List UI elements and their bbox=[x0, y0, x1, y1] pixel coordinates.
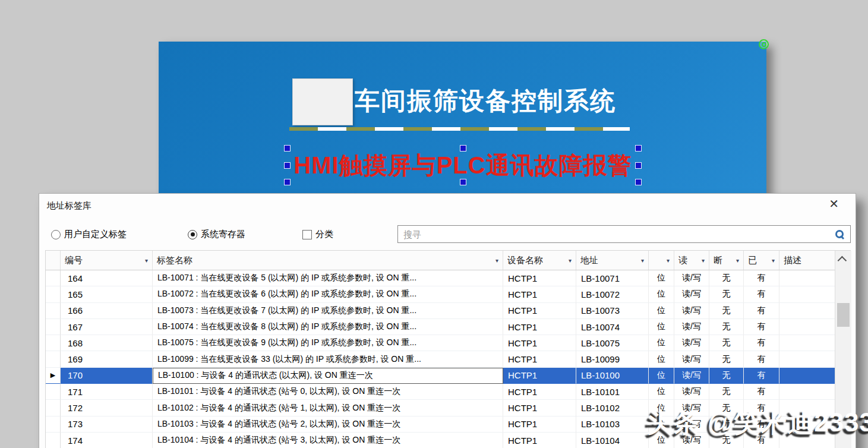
selection-handle[interactable] bbox=[284, 179, 291, 185]
cell-off[interactable]: 无 bbox=[709, 368, 744, 384]
cell-type[interactable]: 位 bbox=[649, 368, 674, 384]
cell-off[interactable]: 无 bbox=[709, 286, 744, 302]
close-icon[interactable]: ✕ bbox=[829, 198, 839, 210]
cell-num[interactable]: 174 bbox=[61, 433, 153, 448]
cell-tag[interactable]: LB-10104 : 与设备 4 的通讯状态 (站号 3, 以太网), 设 ON… bbox=[153, 433, 503, 448]
cell-address[interactable]: LB-10104 bbox=[576, 433, 649, 448]
cell-device[interactable]: HCTP1 bbox=[503, 368, 576, 384]
column-header-num[interactable]: 编号▾ bbox=[61, 251, 153, 270]
row-selector-cell[interactable] bbox=[46, 286, 61, 302]
radio-system-registers[interactable]: 系统寄存器 bbox=[188, 229, 245, 240]
cell-rw[interactable]: 读/写 bbox=[674, 270, 709, 286]
cell-tag[interactable]: LB-10074 : 当在线更改设备 8 (以太网) 的 IP 或系统参数时, … bbox=[153, 319, 503, 335]
cell-num[interactable]: 168 bbox=[61, 335, 153, 351]
cell-desc[interactable] bbox=[779, 335, 835, 351]
cell-rw[interactable]: 读/写 bbox=[674, 286, 709, 302]
column-sort-arrow-icon[interactable]: ▾ bbox=[495, 257, 498, 264]
alarm-text-selected-object[interactable]: HMI触摸屏与PLC通讯故障报警 bbox=[287, 148, 639, 182]
cell-rw[interactable]: 读/写 bbox=[674, 384, 709, 400]
selection-handle[interactable] bbox=[635, 162, 642, 169]
row-selector-cell[interactable] bbox=[46, 351, 61, 367]
radio-button-icon[interactable] bbox=[51, 230, 61, 239]
column-header-type[interactable]: ▾ bbox=[649, 251, 674, 270]
cell-device[interactable]: HCTP1 bbox=[503, 400, 576, 416]
cell-tag[interactable]: LB-10101 : 与设备 4 的通讯状态 (站号 0, 以太网), 设 ON… bbox=[153, 384, 503, 400]
cell-desc[interactable] bbox=[779, 384, 835, 400]
column-header-tag[interactable]: 标签名称▾ bbox=[153, 251, 503, 270]
cell-desc[interactable] bbox=[779, 303, 835, 319]
cell-num[interactable]: 171 bbox=[61, 384, 153, 400]
column-sort-arrow-icon[interactable]: ▾ bbox=[736, 257, 739, 264]
column-header-selector[interactable] bbox=[46, 251, 61, 270]
selection-handle[interactable] bbox=[635, 145, 642, 152]
cell-address[interactable]: LB-10074 bbox=[576, 319, 649, 335]
cell-address[interactable]: LB-10075 bbox=[576, 335, 649, 351]
selection-handle[interactable] bbox=[460, 145, 466, 152]
cell-address[interactable]: LB-10101 bbox=[576, 384, 649, 400]
cell-device[interactable]: HCTP1 bbox=[503, 286, 576, 302]
row-selector-cell[interactable] bbox=[46, 335, 61, 351]
table-row[interactable]: ▶170LB-10100 : 与设备 4 的通讯状态 (以太网), 设 ON 重… bbox=[46, 368, 835, 384]
cell-tag[interactable]: LB-10075 : 当在线更改设备 9 (以太网) 的 IP 或系统参数时, … bbox=[153, 335, 503, 351]
cell-desc[interactable] bbox=[779, 270, 835, 286]
column-sort-arrow-icon[interactable]: ▾ bbox=[772, 257, 775, 264]
row-selector-cell[interactable] bbox=[46, 384, 61, 400]
row-selector-cell[interactable] bbox=[46, 270, 61, 286]
cell-address[interactable]: LB-10102 bbox=[576, 400, 649, 416]
cell-num[interactable]: 172 bbox=[61, 400, 153, 416]
cell-type[interactable]: 位 bbox=[649, 286, 674, 302]
column-header-device[interactable]: 设备名称▾ bbox=[503, 251, 576, 270]
cell-rw[interactable]: 读/写 bbox=[674, 368, 709, 384]
cell-type[interactable]: 位 bbox=[649, 270, 674, 286]
cell-off[interactable]: 无 bbox=[709, 270, 744, 286]
row-selector-cell[interactable]: ▶ bbox=[46, 368, 61, 384]
cell-address[interactable]: LB-10071 bbox=[576, 270, 649, 286]
cell-device[interactable]: HCTP1 bbox=[503, 270, 576, 286]
table-row[interactable]: 168LB-10075 : 当在线更改设备 9 (以太网) 的 IP 或系统参数… bbox=[46, 335, 835, 351]
table-row[interactable]: 165LB-10072 : 当在线更改设备 6 (以太网) 的 IP 或系统参数… bbox=[46, 286, 835, 302]
checkbox-icon[interactable] bbox=[302, 230, 312, 239]
cell-desc[interactable] bbox=[779, 286, 835, 302]
search-icon[interactable] bbox=[835, 229, 845, 239]
row-selector-cell[interactable] bbox=[46, 303, 61, 319]
cell-device[interactable]: HCTP1 bbox=[503, 417, 576, 433]
column-sort-arrow-icon[interactable]: ▾ bbox=[145, 257, 148, 264]
column-sort-arrow-icon[interactable]: ▾ bbox=[641, 257, 644, 264]
cell-desc[interactable] bbox=[779, 351, 835, 367]
search-input[interactable] bbox=[398, 226, 850, 242]
cell-off[interactable]: 无 bbox=[709, 351, 744, 367]
cell-desc[interactable] bbox=[779, 319, 835, 335]
scrollbar-thumb[interactable] bbox=[837, 303, 850, 327]
cell-num[interactable]: 167 bbox=[61, 319, 153, 335]
cell-num[interactable]: 169 bbox=[61, 351, 153, 367]
cell-tag[interactable]: LB-10073 : 当在线更改设备 7 (以太网) 的 IP 或系统参数时, … bbox=[153, 303, 503, 319]
table-row[interactable]: 171LB-10101 : 与设备 4 的通讯状态 (站号 0, 以太网), 设… bbox=[46, 384, 835, 400]
cell-type[interactable]: 位 bbox=[649, 351, 674, 367]
cell-saved[interactable]: 有 bbox=[744, 384, 779, 400]
cell-device[interactable]: HCTP1 bbox=[503, 384, 576, 400]
cell-type[interactable]: 位 bbox=[649, 384, 674, 400]
selection-handle[interactable] bbox=[635, 179, 642, 185]
cell-off[interactable]: 无 bbox=[709, 303, 744, 319]
column-header-address[interactable]: 地址▾ bbox=[576, 251, 649, 270]
cell-device[interactable]: HCTP1 bbox=[503, 335, 576, 351]
cell-device[interactable]: HCTP1 bbox=[503, 319, 576, 335]
table-row[interactable]: 166LB-10073 : 当在线更改设备 7 (以太网) 的 IP 或系统参数… bbox=[46, 303, 835, 319]
column-header-rw[interactable]: 读▾ bbox=[674, 251, 709, 270]
cell-saved[interactable]: 有 bbox=[744, 319, 779, 335]
cell-tag[interactable]: LB-10100 : 与设备 4 的通讯状态 (以太网), 设 ON 重连一次 bbox=[153, 368, 503, 384]
cell-off[interactable]: 无 bbox=[709, 319, 744, 335]
cell-tag[interactable]: LB-10071 : 当在线更改设备 5 (以太网) 的 IP 或系统参数时, … bbox=[153, 270, 503, 286]
checkbox-category[interactable]: 分类 bbox=[302, 229, 333, 240]
cell-type[interactable]: 位 bbox=[649, 303, 674, 319]
row-selector-cell[interactable] bbox=[46, 400, 61, 416]
table-row[interactable]: 169LB-10099 : 当在线更改设备 33 (以太网) 的 IP 或系统参… bbox=[46, 351, 835, 367]
cell-saved[interactable]: 有 bbox=[744, 368, 779, 384]
cell-type[interactable]: 位 bbox=[649, 319, 674, 335]
cell-num[interactable]: 165 bbox=[61, 286, 153, 302]
cell-rw[interactable]: 读/写 bbox=[674, 303, 709, 319]
row-selector-cell[interactable] bbox=[46, 417, 61, 433]
cell-device[interactable]: HCTP1 bbox=[503, 433, 576, 448]
cell-address[interactable]: LB-10103 bbox=[576, 417, 649, 433]
column-header-off[interactable]: 断▾ bbox=[709, 251, 744, 270]
